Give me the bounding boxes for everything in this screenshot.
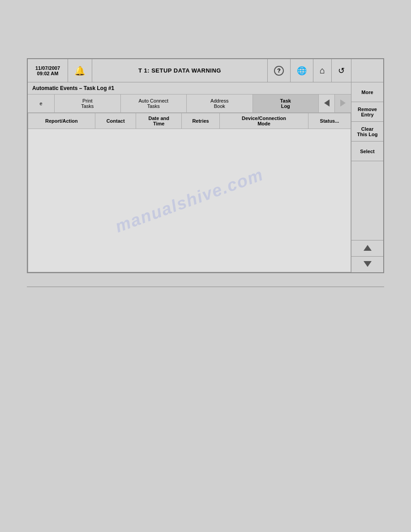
tab-address-book[interactable]: AddressBook (187, 94, 253, 112)
tab-e[interactable]: e (28, 94, 55, 112)
globe-button[interactable]: 🌐 (291, 59, 313, 82)
right-sidebar: More RemoveEntry ClearThis Log Select (351, 59, 383, 272)
col-report-action: Report/Action (28, 113, 95, 129)
bell-button[interactable]: 🔔 (68, 59, 92, 82)
bell-icon: 🔔 (74, 65, 86, 76)
more-label: More (361, 90, 373, 95)
tab-print-tasks[interactable]: PrintTasks (55, 94, 121, 112)
help-icon: ? (274, 66, 284, 76)
clear-log-button[interactable]: ClearThis Log (351, 122, 383, 142)
header-bar: 11/07/2007 09:02 AM 🔔 T 1: SETUP DATA WA… (28, 59, 351, 82)
data-table-wrapper: Report/Action Contact Date andTime Retri… (28, 113, 351, 272)
remove-entry-button[interactable]: RemoveEntry (351, 102, 383, 122)
tab-prev-icon (324, 99, 330, 108)
header-date: 11/07/2007 (35, 65, 60, 71)
select-button[interactable]: Select (351, 142, 383, 161)
tab-auto-connect-tasks[interactable]: Auto ConnectTasks (121, 94, 187, 112)
header-datetime: 11/07/2007 09:02 AM (28, 59, 68, 82)
select-label: Select (360, 149, 374, 154)
col-status: Status... (308, 113, 351, 129)
page-title: Automatic Events – Task Log #1 (28, 82, 351, 94)
col-device-connection: Device/ConnectionMode (219, 113, 308, 129)
tab-next-button[interactable] (335, 94, 351, 112)
back-button[interactable]: ↺ (332, 59, 351, 82)
col-contact: Contact (95, 113, 136, 129)
help-button[interactable]: ? (268, 59, 291, 82)
more-button[interactable]: More (351, 82, 383, 102)
clear-log-label: ClearThis Log (357, 126, 378, 137)
data-table: Report/Action Contact Date andTime Retri… (28, 113, 351, 129)
back-icon: ↺ (338, 66, 345, 76)
sidebar-spacer (351, 161, 383, 240)
globe-icon: 🌐 (297, 66, 307, 76)
tab-next-icon (340, 99, 346, 108)
tab-print-tasks-label: PrintTasks (81, 98, 94, 109)
tab-e-label: e (39, 101, 42, 106)
scroll-down-button[interactable] (351, 256, 383, 272)
bottom-divider (27, 287, 384, 287)
tab-task-log-label: TaskLog (280, 98, 291, 109)
scroll-up-button[interactable] (351, 240, 383, 256)
tab-task-log[interactable]: TaskLog (253, 94, 319, 112)
scroll-up-icon (364, 245, 372, 252)
tab-auto-connect-label: Auto ConnectTasks (138, 98, 168, 109)
col-date-time: Date andTime (136, 113, 182, 129)
home-icon: ⌂ (320, 65, 325, 76)
tab-address-book-label: AddressBook (210, 98, 228, 109)
empty-data-area: manualshive.com (28, 129, 351, 272)
tab-prev-button[interactable] (319, 94, 335, 112)
header-icons: ? 🌐 ⌂ ↺ (268, 59, 351, 82)
tabs-row: e PrintTasks Auto ConnectTasks AddressBo… (28, 94, 351, 113)
remove-entry-label: RemoveEntry (358, 107, 377, 117)
header-title: T 1: SETUP DATA WARNING (92, 59, 268, 82)
sidebar-header-spacer (351, 59, 383, 82)
col-retries: Retries (182, 113, 220, 129)
header-time: 09:02 AM (37, 71, 59, 76)
watermark: manualshive.com (113, 165, 266, 236)
scroll-down-icon (364, 261, 372, 268)
home-button[interactable]: ⌂ (313, 59, 332, 82)
